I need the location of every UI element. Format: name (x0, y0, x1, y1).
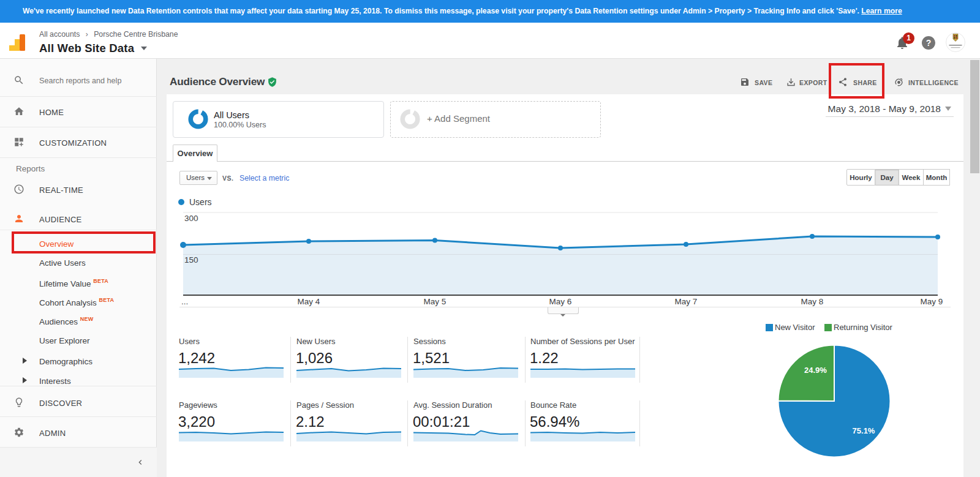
svg-text:24.9%: 24.9% (804, 366, 827, 375)
svg-text:May 5: May 5 (424, 297, 447, 306)
svg-text:May 6: May 6 (549, 297, 572, 306)
svg-text:May 4: May 4 (298, 297, 320, 306)
svg-text:May 7: May 7 (675, 297, 698, 306)
svg-text:...: ... (181, 297, 188, 306)
svg-text:May 9: May 9 (921, 297, 943, 306)
svg-text:May 8: May 8 (801, 297, 824, 306)
svg-text:300: 300 (184, 214, 198, 223)
svg-text:150: 150 (184, 255, 198, 265)
svg-text:75.1%: 75.1% (853, 426, 875, 435)
